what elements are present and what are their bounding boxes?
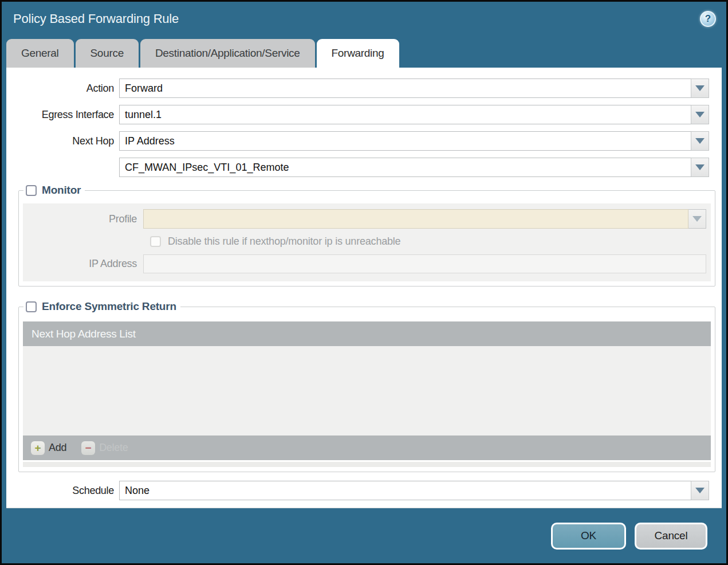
monitor-group: Monitor Profile Disable this rule if nex…: [18, 184, 715, 287]
tab-forwarding[interactable]: Forwarding: [317, 39, 399, 68]
enforce-symmetric-return-legend: Enforce Symmetric Return: [23, 300, 180, 313]
monitor-ip-address-row: IP Address: [23, 254, 711, 273]
dialog-titlebar: Policy Based Forwarding Rule ?: [2, 2, 726, 36]
chevron-down-icon: [692, 216, 702, 222]
profile-label: Profile: [23, 213, 143, 225]
action-row: Action: [6, 79, 722, 98]
delete-button-disabled: − Delete: [81, 441, 128, 455]
action-dropdown-button[interactable]: [691, 79, 709, 98]
chevron-down-icon: [695, 85, 705, 91]
dialog-title: Policy Based Forwarding Rule: [13, 11, 179, 26]
disable-rule-checkbox-disabled: [150, 236, 161, 247]
next-hop-row: Next Hop: [6, 131, 722, 151]
minus-icon: −: [81, 441, 95, 455]
chevron-down-icon: [695, 488, 705, 493]
ok-button[interactable]: OK: [551, 523, 626, 550]
profile-dropdown-button-disabled: [688, 209, 706, 229]
table-footer-toolbar: + Add − Delete: [23, 435, 711, 460]
next-hop-address-input[interactable]: [119, 158, 691, 177]
next-hop-address-dropdown-button[interactable]: [691, 158, 709, 177]
action-label: Action: [6, 83, 119, 95]
help-icon[interactable]: ?: [700, 11, 716, 27]
next-hop-address-row: [6, 158, 722, 177]
next-hop-type-input[interactable]: [119, 131, 691, 151]
dialog-footer: OK Cancel: [2, 508, 726, 563]
egress-interface-row: Egress Interface: [6, 105, 722, 124]
action-input[interactable]: [119, 79, 691, 98]
cancel-button[interactable]: Cancel: [635, 523, 707, 550]
tab-general[interactable]: General: [6, 39, 74, 68]
delete-button-label: Delete: [99, 442, 128, 454]
chevron-down-icon: [695, 164, 705, 170]
tab-destination-application-service[interactable]: Destination/Application/Service: [140, 39, 315, 68]
tab-content-forwarding: Action Egress Interface Next Hop: [6, 68, 722, 508]
schedule-row: Schedule: [6, 481, 722, 500]
next-hop-label: Next Hop: [6, 135, 119, 147]
next-hop-dropdown-button[interactable]: [691, 131, 709, 151]
next-hop-address-list-header: Next Hop Address List: [23, 321, 711, 346]
plus-icon: +: [31, 441, 45, 455]
add-button[interactable]: + Add: [31, 441, 66, 455]
enforce-symmetric-return-group: Enforce Symmetric Return Next Hop Addres…: [18, 300, 715, 472]
profile-input-disabled: [143, 209, 688, 229]
egress-interface-dropdown-button[interactable]: [691, 105, 709, 124]
table-bottom-strip: [23, 462, 711, 467]
tab-source[interactable]: Source: [76, 39, 139, 68]
egress-interface-input[interactable]: [119, 105, 691, 124]
next-hop-address-list-body: [23, 346, 711, 435]
monitor-ip-address-label: IP Address: [23, 258, 143, 270]
chevron-down-icon: [695, 138, 705, 144]
disable-rule-row: Disable this rule if nexthop/monitor ip …: [23, 236, 711, 248]
enforce-symmetric-return-checkbox[interactable]: [26, 301, 37, 312]
enforce-symmetric-return-title: Enforce Symmetric Return: [42, 300, 176, 313]
schedule-label: Schedule: [6, 485, 119, 497]
monitor-panel: Profile Disable this rule if nexthop/mon…: [23, 203, 711, 281]
add-button-label: Add: [49, 442, 66, 454]
profile-row: Profile: [23, 209, 711, 229]
tab-bar: General Source Destination/Application/S…: [2, 36, 726, 68]
monitor-ip-address-input-disabled: [143, 254, 706, 273]
disable-rule-label: Disable this rule if nexthop/monitor ip …: [168, 236, 400, 248]
pbf-rule-dialog: Policy Based Forwarding Rule ? General S…: [0, 0, 728, 565]
egress-interface-label: Egress Interface: [6, 109, 119, 121]
schedule-dropdown-button[interactable]: [691, 481, 709, 500]
schedule-input[interactable]: [119, 481, 691, 500]
monitor-checkbox[interactable]: [26, 185, 37, 196]
chevron-down-icon: [695, 112, 705, 117]
monitor-title: Monitor: [42, 184, 81, 197]
monitor-legend: Monitor: [23, 184, 85, 197]
next-hop-address-table: Next Hop Address List + Add − Delete: [23, 321, 711, 467]
